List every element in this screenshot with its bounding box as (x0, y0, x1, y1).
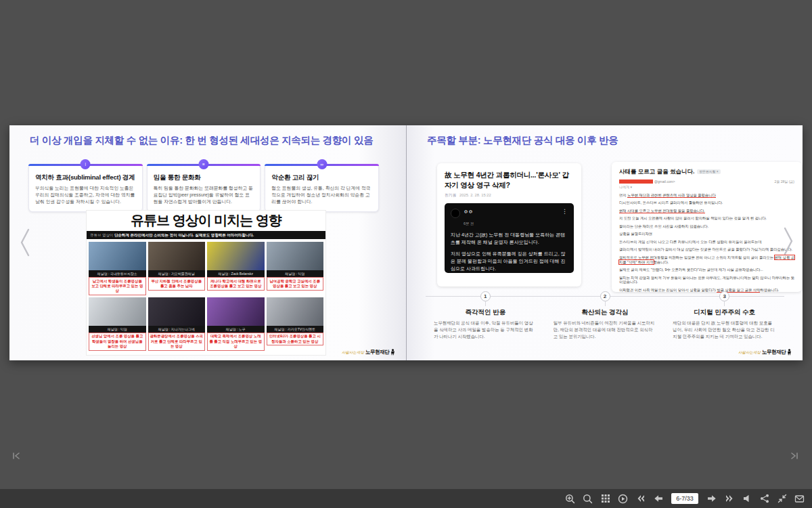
step-body: 노무현재단의 공식 대응 이후, 악질 유튜버들이 영상을 삭제하고 사과 메일… (434, 320, 537, 340)
step-number: 3 (719, 291, 729, 301)
page-left: 더 이상 개입을 지체할 수 없는 이유: 한 번 형성된 세대성은 지속되는 … (9, 125, 406, 360)
post-username: ㅇㅇ (464, 209, 474, 215)
timeline-step-2: 2 확산되는 경각심 일부 유튜버와 네티즌들이 여전히 기싸움을 시도하지만,… (545, 291, 665, 340)
news-article-card: 故 노무현 4년간 괴롭히더니...'론사모' 갑자기 영상 영구 삭제? 전기… (437, 163, 581, 287)
arrow-left-icon (654, 494, 663, 503)
figure-strip: 유튜브 영상이 단순하게 온라인에서만 소비되는 것이 아닙니다. 실제로도 영… (87, 231, 325, 239)
play-circle-icon (618, 494, 628, 504)
news-byline: 전기원 2025. 2. 28. 15:22 (445, 192, 574, 198)
timeline-step-1: 1 즉각적인 반응 노무현재단의 공식 대응 이후, 악질 유튜버들이 영상을 … (426, 291, 545, 340)
card-body: 무의식을 노리는 표현물에 대한 지속적인 노출은 우리의 잠재의식을 조종하고… (35, 185, 136, 206)
search-button[interactable] (580, 491, 595, 507)
double-chevron-left-icon (636, 494, 646, 503)
prev-spread-chevron[interactable] (18, 228, 32, 259)
timeline-step-3: 3 디지털 민주주의 수호 재단의 대응은 단지 故 노무현 대통령에 대한 보… (664, 291, 784, 340)
video-thumbnail (89, 242, 146, 270)
step-number: 1 (480, 291, 491, 301)
foundation-logo: 사람사는세상 노무현재단 (738, 349, 792, 356)
more-options-icon[interactable]: ⋮ (562, 209, 568, 215)
video-thumbnail (267, 242, 324, 270)
redaction-bar (619, 179, 653, 184)
skip-to-first-button[interactable] (11, 450, 22, 463)
card-meme-culture: ≡ 밈을 통한 문화화 특히 밈을 통한 문화화는 또래문화를 형성하고 동료집… (147, 164, 261, 212)
youtube-impact-figure: 유튜브 영상이 미치는 영향 유튜브 영상이 단순하게 온라인에서만 소비되는 … (87, 211, 325, 355)
video-thumbnail (148, 297, 206, 326)
video-cell: 채널명 : 익명선생님 앞에서 조롱 영상을 틀고 학생들이 열창을 하며 선생… (89, 297, 146, 351)
people-icon: ≡ (199, 159, 209, 169)
video-cell: 채널명 : 국내유튜브저장소남고에서 학생들이 조롱영상을 보고 단체로 따라부… (89, 242, 146, 295)
page-title: 주목할 부분: 노무현재단 공식 대응 이후 반응 (427, 134, 618, 147)
zoom-in-button[interactable] (562, 491, 578, 507)
reaction-timeline: 1 즉각적인 반응 노무현재단의 공식 대응 이후, 악질 유튜버들이 영상을 … (426, 291, 784, 340)
bottom-toolbar: 6-7/33 (0, 489, 812, 508)
thumbnails-button[interactable] (597, 491, 613, 507)
zoom-in-icon (565, 494, 575, 504)
video-grid: 채널명 : 국내유튜브저장소남고에서 학생들이 조롱영상을 보고 단체로 따라부… (87, 239, 325, 355)
person-icon (390, 349, 395, 356)
step-title: 확산되는 경각심 (554, 308, 657, 317)
video-thumbnail (148, 242, 206, 270)
figure-title: 유튜브 영상이 미치는 영향 (87, 211, 325, 231)
inbox-label-badge: 받은편지함 × (697, 169, 720, 174)
double-chevron-right-icon (725, 494, 734, 503)
skip-start-icon (11, 450, 22, 461)
email-date: 2월 28일 (금) (775, 179, 794, 184)
page-title: 더 이상 개입을 지체할 수 없는 이유: 한 번 형성된 세대성은 지속되는 … (30, 134, 373, 147)
prev-page-button[interactable] (650, 491, 666, 507)
fullscreen-exit-button[interactable] (774, 491, 790, 507)
search-icon (583, 494, 593, 504)
step-body: 일부 유튜버와 네티즌들이 여전히 기싸움을 시도하지만, 재단의 본격적인 대… (554, 320, 657, 340)
post-timestamp: 6분 전 (464, 221, 474, 226)
next-spread-chevron[interactable] (782, 226, 795, 258)
envelope-icon (794, 494, 805, 504)
person-icon (787, 349, 792, 356)
skip-to-last-button[interactable] (789, 450, 800, 463)
first-page-button[interactable] (633, 491, 648, 507)
speaker-icon (742, 494, 752, 503)
card-body: 특히 밈을 통한 문화화는 또래문화를 형성하고 동료집단 압박(peer pr… (154, 185, 254, 206)
avatar (451, 209, 460, 218)
chain-icon: ∞ (317, 159, 327, 169)
slideshow-button[interactable] (615, 491, 631, 507)
email-button[interactable] (792, 491, 807, 507)
skip-end-icon (789, 450, 800, 461)
next-page-button[interactable] (704, 491, 719, 507)
email-to-label[interactable]: 나에게 ▾ (619, 185, 794, 189)
arrow-right-icon (707, 494, 717, 503)
book-spread: 더 이상 개입을 지체할 수 없는 이유: 한 번 형성된 세대성은 지속되는 … (9, 125, 803, 360)
page-right: 주목할 부분: 노무현재단 공식 대응 이후 반응 故 노무현 4년간 괴롭히더… (406, 125, 803, 360)
chevron-right-icon (782, 226, 795, 256)
video-thumbnail (89, 297, 146, 326)
card-subliminal-effect: i 역치하 효과(subliminal effect) 경계 무의식을 노리는 … (28, 164, 143, 212)
news-headline: 故 노무현 4년간 괴롭히더니...'론사모' 갑자기 영상 영구 삭제? (445, 170, 574, 190)
video-cell: 채널명 : 지나가는나그네광화문광장에서 조롱영상을 스피커로 틀고 단체로 따… (148, 297, 206, 351)
card-row: i 역치하 효과(subliminal effect) 경계 무의식을 노리는 … (28, 164, 379, 212)
apology-post: ㅇㅇ 6분 전 ⋮ 지난 4년간 고(故) 노무현 전 대통령님을 모욕하는 콘… (445, 203, 574, 273)
card-break-cycle: ∞ 악순환 고리 끊기 혐오 표현물의 생성, 유통, 확산의 각 단계에 적극… (265, 164, 379, 212)
email-body: 먼저 노무현 재단과 관련된 콘텐츠에 사과 영상을 올렸습니다 디시인사이드,… (619, 193, 794, 293)
chevron-left-icon (18, 228, 32, 257)
apology-email-card: 사태를 모르고 글을 썼습니다.받은편지함 × @gmail.com> 2월 2… (612, 162, 802, 292)
post-header: ㅇㅇ 6분 전 ⋮ (451, 209, 568, 228)
info-icon: i (81, 159, 91, 169)
audio-button[interactable] (739, 491, 754, 507)
step-body: 재단의 대응은 단지 故 노무현 대통령에 대한 보호를 넘어, 우리 사회에 … (673, 320, 776, 340)
video-cell: 채널명 : 기묘박물관채널부산 지하철 안에서 조롱영상을 틀고 춤을 추는 남… (148, 242, 206, 295)
step-number: 2 (600, 291, 610, 301)
grid-icon (601, 494, 610, 503)
step-title: 디지털 민주주의 수호 (673, 308, 776, 317)
card-title: 악순환 고리 끊기 (271, 173, 372, 182)
card-title: 밈을 통한 문화화 (154, 173, 254, 182)
collapse-icon (777, 494, 787, 503)
email-sender-row: @gmail.com> 2월 28일 (금) (619, 179, 794, 184)
share-button[interactable] (757, 491, 772, 507)
share-icon (760, 494, 769, 503)
post-paragraph: 저의 영상으로 인해 유족분들께 깊은 상처를 드리고, 많은 분께 불편함과 … (451, 251, 568, 273)
last-page-button[interactable] (721, 491, 737, 507)
foundation-logo: 사람사는세상 노무현재단 (342, 349, 395, 356)
card-body: 혐오 표현물의 생성, 유통, 확산의 각 단계에 적극적으로 개입하여 청소년… (271, 185, 372, 206)
email-subject: 사태를 모르고 글을 썼습니다.받은편지함 × (619, 168, 794, 176)
page-indicator-input[interactable]: 6-7/33 (671, 493, 698, 504)
card-title: 역치하 효과(subliminal effect) 경계 (35, 173, 136, 182)
video-cell: 채널명 : 익명남여공학 중학교 교실에서 조롱영상을 틀고 보고 있는 영상 (267, 242, 324, 295)
